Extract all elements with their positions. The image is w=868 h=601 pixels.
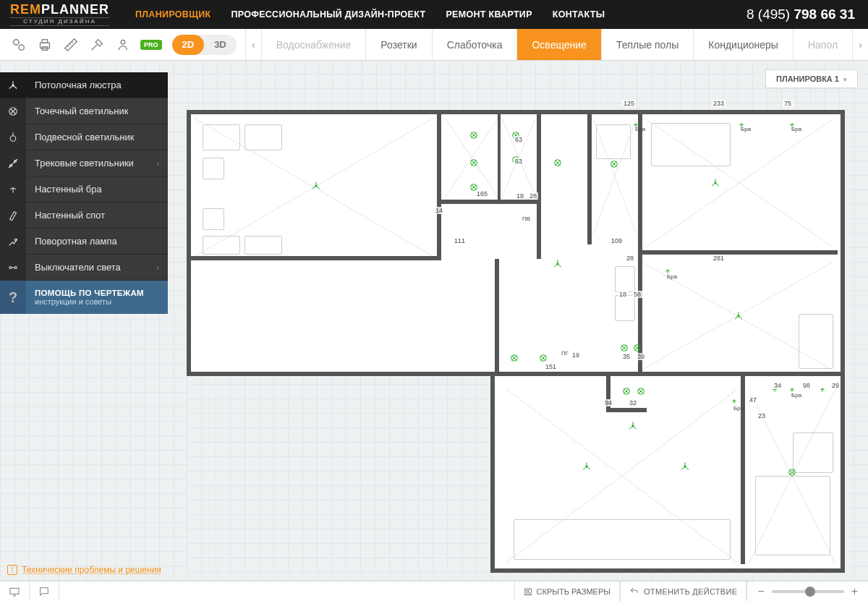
dimension-label: 125 <box>622 100 636 107</box>
dimension-label: 29 <box>830 382 841 389</box>
logo[interactable]: REMPLANNER СТУДИЯ ДИЗАЙНА <box>0 3 119 26</box>
worker-icon[interactable] <box>110 32 136 58</box>
nav-planner[interactable]: ПЛАНИРОВЩИК <box>135 9 210 20</box>
dimension-label: 18 <box>515 192 525 200</box>
dimension-label: 47 <box>748 396 758 404</box>
chat-icon[interactable] <box>30 581 59 601</box>
pendant-icon <box>0 124 26 150</box>
dimension-label: 28 <box>528 192 538 200</box>
tab-water[interactable]: Водоснабжение <box>261 29 366 60</box>
ceiling-light-icon[interactable] <box>553 259 563 269</box>
svg-point-8 <box>12 84 14 85</box>
spot-light-icon[interactable] <box>619 343 629 353</box>
footer: 80 СКРЫТЬ РАЗМЕРЫ ОТМЕНИТЬ ДЕЙСТВИЕ − + <box>0 581 868 601</box>
view-2d[interactable]: 2D <box>172 35 205 55</box>
svg-point-14 <box>9 266 12 268</box>
phone-number: 8 (495) 798 66 31 <box>746 7 855 22</box>
help-icon: ? <box>0 281 26 314</box>
sidebar-item-swivel[interactable]: Поворотная лампа <box>0 229 168 255</box>
svg-point-13 <box>14 239 17 241</box>
sidebar-item-track[interactable]: Трековые светильники › <box>0 150 168 176</box>
ceiling-light-icon[interactable] <box>311 181 321 191</box>
tab-lighting[interactable]: Освещение <box>516 29 600 60</box>
nav-contacts[interactable]: КОНТАКТЫ <box>553 9 605 20</box>
measure-icon[interactable] <box>58 32 84 58</box>
spot-light-icon[interactable] <box>469 158 479 168</box>
tools-icon[interactable] <box>84 32 110 58</box>
zoom-in[interactable]: + <box>851 585 858 598</box>
fixture-label: ПВ <box>522 216 530 222</box>
dimension-label: 56 <box>632 291 642 298</box>
track-icon <box>0 150 26 176</box>
settings-icon[interactable] <box>6 32 32 58</box>
ceiling-light-icon[interactable] <box>582 461 592 472</box>
dimension-label: 165 <box>475 190 489 197</box>
sidebar-item-pendant[interactable]: Подвесной светильник <box>0 124 168 150</box>
pro-badge[interactable]: PRO <box>140 40 162 50</box>
spot-light-icon[interactable] <box>621 386 631 396</box>
ceiling-light-icon[interactable] <box>710 178 720 188</box>
ceiling-light-icon[interactable] <box>733 311 744 321</box>
sidebar-item-label: Настенный бра <box>26 184 168 195</box>
tabs-next[interactable]: › <box>852 29 868 60</box>
spot-light-icon[interactable] <box>609 159 619 169</box>
spot-light-icon[interactable] <box>509 353 519 363</box>
sidebar-item-spotlight[interactable]: Точечный светильник <box>0 98 168 124</box>
sidebar-item-bra[interactable]: Настенный бра <box>0 176 168 203</box>
hide-dims-button[interactable]: 80 СКРЫТЬ РАЗМЕРЫ <box>514 581 620 601</box>
layout-dropdown[interactable]: ПЛАНИРОВКА 1 <box>765 69 858 88</box>
ceiling-light-icon[interactable] <box>628 421 638 431</box>
dimension-label: 111 <box>453 237 467 244</box>
sidebar-item-label: Трековые светильники <box>26 158 156 169</box>
tabs-prev[interactable]: ‹ <box>245 29 261 60</box>
sidebar-item-wallspot[interactable]: Настенный спот <box>0 203 168 229</box>
dimension-label: 281 <box>712 255 726 262</box>
zoom-out[interactable]: − <box>757 585 764 598</box>
dimension-label: 23 <box>757 412 767 419</box>
sidebar-item-label: Настенный спот <box>26 210 168 221</box>
sidebar-item-switches[interactable]: Выключатели света › <box>0 255 168 281</box>
svg-point-1 <box>19 45 24 50</box>
switch-icon <box>0 255 26 281</box>
chevron-right-icon: › <box>156 263 168 272</box>
tab-floor[interactable]: Напол <box>793 29 852 60</box>
spot-light-icon[interactable] <box>632 343 642 353</box>
spot-light-icon[interactable] <box>636 386 646 396</box>
view-3d[interactable]: 3D <box>204 35 237 55</box>
floorplan[interactable]: 6363165141111828109282811856353915119943… <box>187 110 845 573</box>
dimension-label: 14 <box>434 207 444 214</box>
tab-ac[interactable]: Кондиционеры <box>693 29 793 60</box>
sidebar: Потолочная люстра Точечный светильник По… <box>0 72 168 314</box>
view-toggle: 2D 3D <box>172 35 237 55</box>
tab-lowvolt[interactable]: Слаботочка <box>432 29 517 60</box>
undo-button[interactable]: ОТМЕНИТЬ ДЕЙСТВИЕ <box>620 581 746 601</box>
sidebar-item-chandelier[interactable]: Потолочная люстра <box>0 72 168 98</box>
tech-issues-link[interactable]: ! Технические проблемы и решения <box>7 565 161 575</box>
spot-light-icon[interactable] <box>538 353 548 363</box>
spot-light-icon[interactable] <box>787 467 797 477</box>
wallspot-icon <box>0 203 26 229</box>
dimension-label: 63 <box>514 158 524 165</box>
fixture-label: Бра <box>741 126 751 132</box>
dimension-label: 18 <box>618 291 628 298</box>
ceiling-light-icon[interactable] <box>680 461 690 472</box>
nav-renovation[interactable]: РЕМОНТ КВАРТИР <box>446 9 532 20</box>
nav-pro-design[interactable]: ПРОФЕССИОНАЛЬНЫЙ ДИЗАЙН-ПРОЕКТ <box>231 9 425 20</box>
sidebar-item-label: Выключатели света <box>26 262 156 273</box>
present-icon[interactable] <box>0 581 30 601</box>
print-icon[interactable] <box>32 32 58 58</box>
dimension-label: 28 <box>625 255 635 262</box>
zoom-slider[interactable] <box>772 590 844 593</box>
bra-icon[interactable] <box>817 385 827 395</box>
tab-heatedfloor[interactable]: Теплые полы <box>601 29 693 60</box>
svg-point-0 <box>14 39 19 44</box>
sidebar-help[interactable]: ? ПОМОЩЬ ПО ЧЕРТЕЖАМ инструкции и советы <box>0 281 168 314</box>
sidebar-help-sub: инструкции и советы <box>35 297 144 306</box>
spot-light-icon[interactable] <box>469 130 479 140</box>
fixture-label: Бра <box>733 405 744 412</box>
tab-sockets[interactable]: Розетки <box>365 29 431 60</box>
dimension-label: 39 <box>636 353 646 360</box>
spot-light-icon[interactable] <box>553 158 563 168</box>
svg-rect-3 <box>42 39 47 43</box>
fixture-label: Бра <box>635 126 645 132</box>
